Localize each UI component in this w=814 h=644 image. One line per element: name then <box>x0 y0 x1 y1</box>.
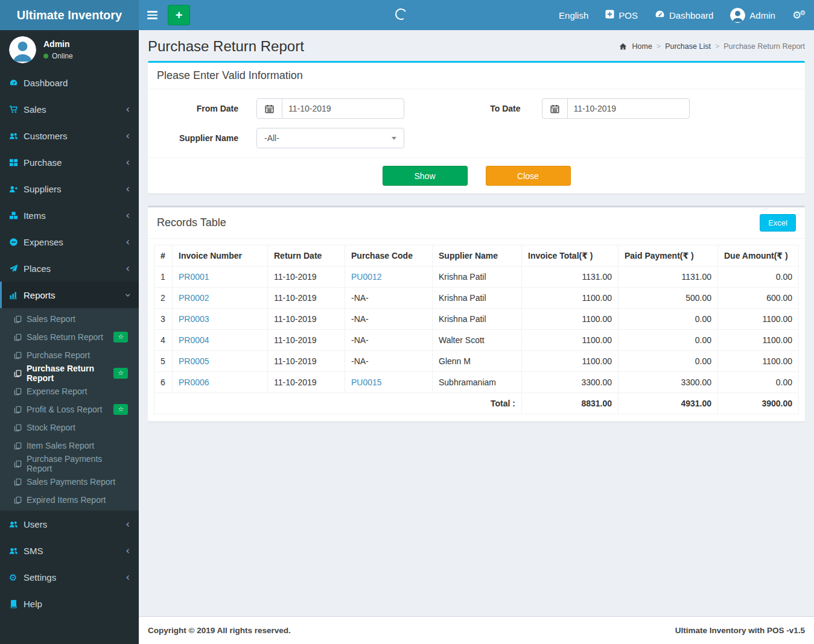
sidebar-item-places[interactable]: Places‹ <box>0 255 139 282</box>
sidebar-item-label: Items <box>24 210 46 221</box>
cell-return-date: 11-10-2019 <box>268 309 345 330</box>
dashboard-label: Dashboard <box>669 10 713 21</box>
sidebar-subitem-sales-report[interactable]: Sales Report <box>0 310 139 328</box>
breadcrumb-current: Purchase Return Report <box>723 42 805 51</box>
reports-submenu: Sales ReportSales Return Report☆Purchase… <box>0 308 139 511</box>
chevron-left-icon: ‹ <box>126 184 130 194</box>
cart-icon <box>9 105 24 114</box>
sidebar-item-label: Help <box>24 599 42 609</box>
dashboard-link[interactable]: Dashboard <box>646 0 722 30</box>
version-text: Ultimate Inventory with POS -v1.5 <box>675 626 805 635</box>
cell-index: 4 <box>154 330 173 351</box>
user-name-label: Admin <box>749 10 775 21</box>
invoice-link[interactable]: PR0006 <box>179 377 209 387</box>
sidebar-item-items[interactable]: Items‹ <box>0 202 139 229</box>
cell-due-amount: 600.00 <box>718 288 799 309</box>
invoice-link[interactable]: PR0001 <box>179 272 209 282</box>
col-purchase-code[interactable]: Purchase Code <box>345 245 433 267</box>
filter-panel: Please Enter Valid Information From Date… <box>148 61 805 194</box>
copy-icon <box>14 460 27 468</box>
copy-icon <box>14 370 27 377</box>
col-invoice-total[interactable]: Invoice Total(₹ ) <box>522 245 618 267</box>
sidebar-item-help[interactable]: Help <box>0 590 139 617</box>
sidebar-item-label: Reports <box>24 290 56 300</box>
sidebar-toggle-button[interactable] <box>139 0 166 30</box>
invoice-link[interactable]: PR0003 <box>179 314 209 324</box>
copy-icon <box>14 442 27 450</box>
breadcrumb-purchase-list[interactable]: Purchase List <box>665 42 711 51</box>
sidebar-item-dashboard[interactable]: Dashboard <box>0 69 139 96</box>
users-icon <box>9 546 24 555</box>
sidebar-item-settings[interactable]: ⚙Settings‹ <box>0 564 139 590</box>
sidebar-subitem-purchase-report[interactable]: Purchase Report <box>0 346 139 364</box>
total-paid-amount: 4931.00 <box>618 393 718 414</box>
breadcrumb-home[interactable]: Home <box>632 42 652 51</box>
invoice-link[interactable]: PR0005 <box>179 356 209 366</box>
quick-add-button[interactable]: + <box>168 5 190 25</box>
sidebar-item-sales[interactable]: Sales‹ <box>0 96 139 122</box>
close-button[interactable]: Close <box>486 166 571 186</box>
language-menu[interactable]: English <box>550 0 597 30</box>
sidebar-item-reports[interactable]: Reports‹ <box>0 282 139 308</box>
settings-gears-button[interactable]: ⚙⚙ <box>784 0 814 30</box>
chevron-left-icon: ‹ <box>126 572 130 582</box>
table-row: 4 PR0004 11-10-2019 -NA- Walter Scott 11… <box>154 330 799 351</box>
app-brand[interactable]: Ultimate Inventory <box>0 0 139 30</box>
sidebar-item-sms[interactable]: SMS‹ <box>0 537 139 564</box>
col-return-date[interactable]: Return Date <box>268 245 345 267</box>
sidebar-item-customers[interactable]: Customers‹ <box>0 122 139 149</box>
purchase-code-link[interactable]: PU0015 <box>351 377 382 387</box>
col-paid-payment[interactable]: Paid Payment(₹ ) <box>618 245 718 267</box>
from-date-input[interactable] <box>282 99 404 118</box>
sidebar-subitem-expense-report[interactable]: Expense Report <box>0 382 139 400</box>
user-menu[interactable]: Admin <box>722 0 784 30</box>
records-panel-header: Records Table Excel <box>148 207 805 239</box>
col-due-amount[interactable]: Due Amount(₹ ) <box>718 245 799 267</box>
sidebar-subitem-purchase-return-report[interactable]: Purchase Return Report☆ <box>0 364 139 382</box>
pos-link[interactable]: POS <box>597 0 646 30</box>
sidebar-item-suppliers[interactable]: Suppliers‹ <box>0 175 139 202</box>
col-index[interactable]: # <box>154 245 173 267</box>
caret-down-icon <box>392 137 396 140</box>
sidebar-subitem-label: Profit & Loss Report <box>27 405 102 414</box>
cell-paid-payment: 500.00 <box>618 288 718 309</box>
sidebar-subitem-label: Stock Report <box>27 423 75 432</box>
users-icon <box>9 520 24 529</box>
show-button[interactable]: Show <box>383 166 468 186</box>
sidebar-subitem-expired-items-report[interactable]: Expired Items Report <box>0 491 139 509</box>
excel-export-button[interactable]: Excel <box>760 214 796 232</box>
col-supplier-name[interactable]: Supplier Name <box>433 245 522 267</box>
sidebar-subitem-label: Purchase Return Report <box>27 364 113 383</box>
records-table: # Invoice Number Return Date Purchase Co… <box>154 245 799 414</box>
records-panel-title: Records Table <box>157 216 226 229</box>
sidebar-subitem-stock-report[interactable]: Stock Report <box>0 418 139 437</box>
status-label: Online <box>52 52 73 60</box>
supplier-select[interactable]: -All- <box>256 128 404 148</box>
sidebar: Admin Online DashboardSales‹Customers‹Pu… <box>0 30 139 644</box>
copy-icon <box>14 406 27 414</box>
sidebar-item-users[interactable]: Users‹ <box>0 511 139 537</box>
sidebar-item-label: Settings <box>24 572 56 582</box>
sidebar-item-purchase[interactable]: Purchase‹ <box>0 149 139 175</box>
breadcrumb-separator: > <box>657 42 661 51</box>
sidebar-subitem-profit-loss-report[interactable]: Profit & Loss Report☆ <box>0 400 139 418</box>
to-date-input[interactable] <box>568 99 689 118</box>
chevron-left-icon: ‹ <box>126 131 130 141</box>
sidebar-subitem-label: Expired Items Report <box>27 495 106 505</box>
sidebar-subitem-sales-return-report[interactable]: Sales Return Report☆ <box>0 328 139 346</box>
sidebar-item-expenses[interactable]: Expenses‹ <box>0 229 139 255</box>
star-badge: ☆ <box>113 404 128 415</box>
purchase-code-link[interactable]: PU0012 <box>351 272 382 282</box>
avatar <box>9 36 36 63</box>
cell-index: 3 <box>154 309 173 330</box>
invoice-link[interactable]: PR0004 <box>179 335 209 345</box>
copy-icon <box>14 333 27 341</box>
sidebar-subitem-sales-payments-report[interactable]: Sales Payments Report <box>0 473 139 491</box>
invoice-link[interactable]: PR0002 <box>179 293 209 303</box>
col-invoice-number[interactable]: Invoice Number <box>173 245 268 267</box>
table-row: 3 PR0003 11-10-2019 -NA- Krishna Patil 1… <box>154 309 799 330</box>
sidebar-subitem-item-sales-report[interactable]: Item Sales Report <box>0 437 139 455</box>
navbar-body: + English POS Dashboard Admin ⚙⚙ <box>139 0 814 30</box>
sidebar-user-status[interactable]: Online <box>43 52 73 60</box>
sidebar-subitem-purchase-payments-report[interactable]: Purchase Payments Report <box>0 455 139 473</box>
